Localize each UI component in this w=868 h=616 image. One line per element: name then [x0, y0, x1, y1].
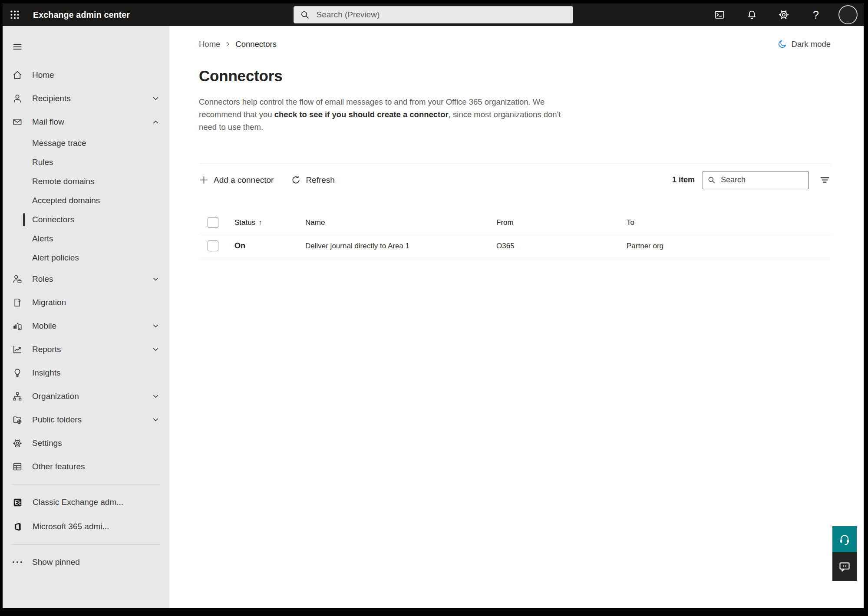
- global-search[interactable]: [294, 6, 573, 23]
- item-count: 1 item: [672, 175, 695, 184]
- gear-icon: [12, 438, 23, 448]
- mail-icon: [12, 117, 23, 127]
- sidebar-item-message-trace[interactable]: Message trace: [3, 134, 169, 153]
- main-content: Home Connectors Dark mode Connectors Con…: [169, 26, 864, 608]
- sidebar-item-microsoft-365-admin[interactable]: Microsoft 365 admi...: [3, 514, 169, 539]
- chevron-down-icon[interactable]: [152, 416, 160, 424]
- line-chart-icon: [12, 344, 23, 355]
- chevron-down-icon[interactable]: [152, 322, 160, 330]
- breadcrumb-current: Connectors: [235, 40, 277, 49]
- chevron-down-icon[interactable]: [152, 346, 160, 354]
- sidebar-divider: [12, 484, 160, 484]
- sidebar-item-home[interactable]: Home: [3, 63, 169, 87]
- column-header-to[interactable]: To: [627, 218, 831, 227]
- plus-icon: [199, 175, 209, 185]
- folder-globe-icon: [12, 415, 23, 425]
- refresh-button[interactable]: Refresh: [291, 175, 335, 185]
- topbar-actions: ?: [710, 3, 858, 26]
- refresh-icon: [291, 175, 301, 185]
- sidebar-item-connectors[interactable]: Connectors: [3, 210, 169, 229]
- list-search-box[interactable]: [703, 171, 809, 189]
- dark-mode-label: Dark mode: [792, 40, 831, 49]
- app-window: Exchange admin center: [3, 3, 864, 608]
- chevron-down-icon[interactable]: [152, 392, 160, 401]
- app-launcher-icon[interactable]: [3, 3, 27, 26]
- account-avatar[interactable]: [838, 5, 858, 24]
- page-description: Connectors help control the flow of emai…: [199, 96, 578, 133]
- column-header-status[interactable]: Status ↑: [234, 218, 305, 227]
- org-chart-icon: [12, 391, 23, 402]
- sidebar-item-organization[interactable]: Organization: [3, 385, 169, 408]
- powershell-terminal-icon[interactable]: [710, 5, 729, 24]
- sidebar-item-roles[interactable]: Roles: [3, 267, 169, 291]
- sidebar-item-recipients[interactable]: Recipients: [3, 87, 169, 110]
- help-icon[interactable]: ?: [806, 5, 825, 24]
- breadcrumb-home-link[interactable]: Home: [199, 40, 220, 49]
- document-sync-icon: [12, 297, 23, 308]
- page-title: Connectors: [199, 67, 831, 85]
- sidebar-item-settings[interactable]: Settings: [3, 432, 169, 455]
- headset-icon: [838, 533, 851, 546]
- list-toolbar: Add a connector Refresh 1 item: [199, 164, 831, 196]
- sidebar-item-insights[interactable]: Insights: [3, 361, 169, 385]
- sidebar-item-show-pinned[interactable]: Show pinned: [3, 550, 169, 574]
- sidebar-item-mail-flow[interactable]: Mail flow: [3, 110, 169, 134]
- nav-collapse-hamburger-icon[interactable]: [12, 39, 30, 55]
- column-header-from[interactable]: From: [496, 218, 627, 227]
- select-all-checkbox[interactable]: [208, 217, 218, 228]
- chevron-down-icon[interactable]: [152, 275, 160, 283]
- app-title: Exchange admin center: [33, 10, 130, 20]
- sidebar-item-accepted-domains[interactable]: Accepted domains: [3, 191, 169, 210]
- microsoft-365-logo-icon: [12, 521, 23, 532]
- sidebar-item-mobile[interactable]: Mobile: [3, 314, 169, 338]
- exchange-logo-icon: [12, 497, 23, 507]
- table-icon: [12, 461, 23, 472]
- sidebar-item-remote-domains[interactable]: Remote domains: [3, 172, 169, 191]
- connectors-table: Status ↑ Name From To On Deliver journal…: [199, 212, 831, 259]
- chart-phone-icon: [12, 321, 23, 331]
- left-navigation: Home Recipients Mail flow: [3, 26, 169, 608]
- sidebar-item-classic-exchange-admin[interactable]: Classic Exchange adm...: [3, 490, 169, 514]
- search-icon: [707, 176, 716, 184]
- assistance-buttons: [832, 526, 857, 581]
- sort-ascending-icon: ↑: [258, 219, 262, 227]
- list-search-input[interactable]: [721, 175, 804, 184]
- global-search-input[interactable]: [317, 10, 567, 20]
- table-row[interactable]: On Deliver journal directly to Area 1 O3…: [199, 233, 831, 259]
- add-connector-button[interactable]: Add a connector: [199, 175, 274, 185]
- sidebar-item-migration[interactable]: Migration: [3, 291, 169, 314]
- notifications-bell-icon[interactable]: [742, 5, 761, 24]
- search-icon: [300, 10, 310, 20]
- moon-icon: [778, 39, 788, 49]
- home-icon: [12, 70, 23, 80]
- person-briefcase-icon: [12, 274, 23, 284]
- sidebar-item-other-features[interactable]: Other features: [3, 455, 169, 478]
- support-button[interactable]: [832, 526, 857, 552]
- table-header-row: Status ↑ Name From To: [199, 212, 831, 233]
- sidebar-divider: [12, 544, 160, 545]
- person-icon: [12, 93, 23, 104]
- settings-gear-icon[interactable]: [774, 5, 793, 24]
- row-checkbox[interactable]: [208, 240, 218, 251]
- feedback-chat-icon: [838, 560, 851, 573]
- connector-status: On: [234, 241, 305, 250]
- description-check-link[interactable]: check to see if you should create a conn…: [274, 110, 449, 119]
- chevron-up-icon[interactable]: [152, 118, 160, 126]
- sidebar-item-alerts[interactable]: Alerts: [3, 229, 169, 248]
- sidebar-item-public-folders[interactable]: Public folders: [3, 408, 169, 432]
- lightbulb-icon: [12, 368, 23, 378]
- filter-icon[interactable]: [819, 174, 831, 186]
- sidebar-item-reports[interactable]: Reports: [3, 338, 169, 361]
- connector-to: Partner org: [627, 242, 831, 250]
- breadcrumb: Home Connectors: [199, 40, 277, 49]
- feedback-button[interactable]: [832, 552, 857, 581]
- chevron-right-icon: [224, 41, 231, 47]
- chevron-down-icon[interactable]: [152, 95, 160, 103]
- column-header-name[interactable]: Name: [305, 218, 496, 227]
- connector-name[interactable]: Deliver journal directly to Area 1: [305, 242, 496, 250]
- sidebar-item-alert-policies[interactable]: Alert policies: [3, 248, 169, 267]
- sidebar-item-rules[interactable]: Rules: [3, 153, 169, 172]
- ellipsis-icon: [12, 557, 23, 567]
- top-bar: Exchange admin center: [3, 3, 864, 26]
- dark-mode-toggle[interactable]: Dark mode: [778, 39, 831, 49]
